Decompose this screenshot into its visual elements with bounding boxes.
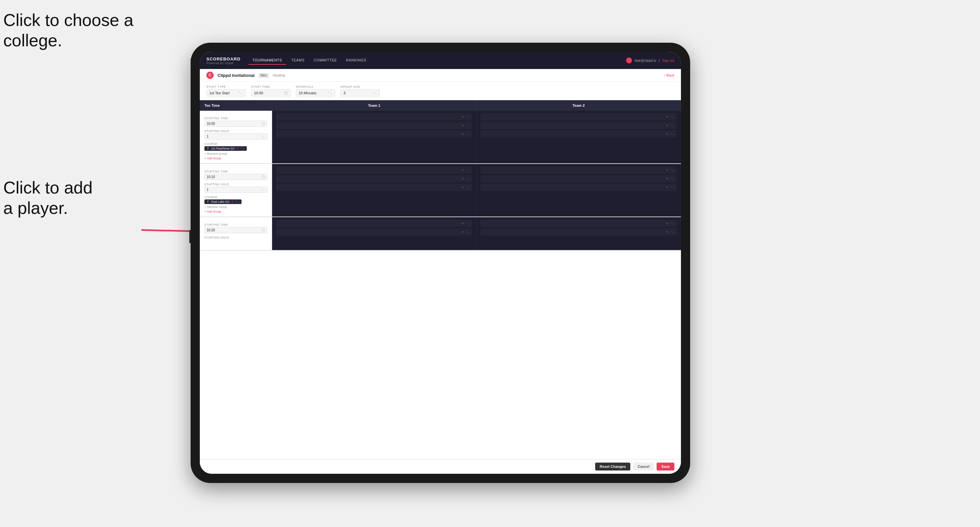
- course-remove-2[interactable]: ✕: [231, 200, 234, 203]
- player-slot-4-1[interactable]: ✕⌃⌄: [480, 167, 677, 174]
- brand-sub: Powered by clippd: [206, 62, 240, 65]
- s3-c3[interactable]: ⌃⌄: [465, 186, 470, 189]
- s5-c1[interactable]: ⌃⌄: [465, 222, 470, 225]
- player-slot-1-3[interactable]: ✕ ⌃⌄: [276, 130, 472, 138]
- player-slot-3-2[interactable]: ✕⌃⌄: [276, 175, 472, 183]
- starting-time-input-1[interactable]: 10:00 🕙: [204, 121, 267, 127]
- s4-c1[interactable]: ⌃⌄: [670, 168, 675, 172]
- back-button[interactable]: ‹ Back: [664, 73, 675, 77]
- player-slot-2-1[interactable]: ✕⌃⌄: [480, 113, 677, 121]
- player-slot-4-2[interactable]: ✕⌃⌄: [480, 175, 677, 183]
- player-slot-5-1[interactable]: ✕⌃⌄: [276, 220, 472, 227]
- start-type-value: 1st Tee Start: [209, 91, 230, 95]
- player-slot-3-3[interactable]: ✕⌃⌄: [276, 184, 472, 191]
- slot-x-btn-1-1[interactable]: ✕: [461, 115, 464, 119]
- s4-x3[interactable]: ✕: [666, 186, 668, 189]
- intervals-input[interactable]: 10 Minutes ⌃⌄: [296, 89, 335, 97]
- time-arrows-2: 🕙: [262, 175, 265, 178]
- player-slot-4-3[interactable]: ✕⌃⌄: [480, 184, 677, 191]
- course-icon-1: 🏌: [206, 147, 210, 150]
- slot-actions-1-1: ✕ ⌃⌄: [461, 115, 470, 119]
- s3-c1[interactable]: ⌃⌄: [465, 168, 470, 172]
- add-group-btn-1[interactable]: + Add Group: [204, 157, 267, 160]
- group-size-chevron: ⌃⌄: [372, 91, 377, 95]
- slot-x-btn-2-1[interactable]: ✕: [666, 115, 668, 119]
- slot-x-btn-1-2[interactable]: ✕: [461, 124, 464, 127]
- hole-arrows-2: ⌃⌄: [260, 188, 265, 191]
- slot-chevron-btn-1-3[interactable]: ⌃⌄: [465, 132, 470, 136]
- user-email: blair@clippd.io: [635, 59, 656, 62]
- starting-hole-label-3: STARTING HOLE:: [204, 236, 267, 239]
- s6-x1[interactable]: ✕: [666, 222, 668, 225]
- annotation-line3: Click to add: [3, 178, 93, 197]
- player-slot-6-1[interactable]: ✕⌃⌄: [480, 220, 677, 227]
- starting-time-input-3[interactable]: 10:20 🕙: [204, 227, 267, 233]
- user-avatar-dot: [626, 57, 632, 63]
- player-slot-5-2[interactable]: ✕⌃⌄: [276, 229, 472, 236]
- start-time-input[interactable]: 10:00 🕙: [251, 89, 291, 97]
- starting-hole-input-1[interactable]: 1 ⌃⌄: [204, 133, 267, 140]
- s3-x1[interactable]: ✕: [461, 168, 464, 172]
- remove-group-btn-2[interactable]: ○ Remove Group: [204, 205, 267, 209]
- s5-c2[interactable]: ⌃⌄: [465, 230, 470, 233]
- add-group-btn-2[interactable]: + Add Group: [204, 210, 267, 213]
- s6-c2[interactable]: ⌃⌄: [670, 230, 675, 233]
- s4-x1[interactable]: ✕: [666, 168, 668, 172]
- reset-changes-button[interactable]: Reset Changes: [595, 463, 630, 470]
- starting-hole-input-2[interactable]: 1 ⌃⌄: [204, 187, 267, 193]
- annotation-line2: college.: [3, 31, 62, 50]
- player-slot-1-2[interactable]: ✕ ⌃⌄: [276, 122, 472, 129]
- s6-c1[interactable]: ⌃⌄: [670, 222, 675, 225]
- course-badge-2[interactable]: 🏌 East Lake GC ✕ ⌃⌄: [204, 200, 242, 204]
- starting-time-label-2: STARTING TIME:: [204, 170, 267, 173]
- tablet-device: SCOREBOARD Powered by clippd TOURNAMENTS…: [191, 43, 690, 483]
- s4-x2[interactable]: ✕: [666, 177, 668, 180]
- starting-time-input-2[interactable]: 10:10 🕙: [204, 174, 267, 180]
- s3-x2[interactable]: ✕: [461, 177, 464, 180]
- starting-time-value-1: 10:00: [207, 122, 215, 125]
- intervals-group: Intervals 10 Minutes ⌃⌄: [296, 85, 335, 97]
- starting-time-label-1: STARTING TIME:: [204, 117, 267, 120]
- back-label: Back: [667, 73, 675, 77]
- slot-x-btn-1-3[interactable]: ✕: [461, 132, 464, 136]
- player-slot-2-3[interactable]: ✕⌃⌄: [480, 130, 677, 138]
- start-type-input[interactable]: 1st Tee Start ⌃⌄: [206, 89, 246, 97]
- player-slot-1-1[interactable]: ✕ ⌃⌄: [276, 113, 472, 121]
- group-size-input[interactable]: 3 ⌃⌄: [340, 89, 380, 97]
- course-remove-1[interactable]: ✕: [236, 147, 239, 150]
- remove-group-btn-1[interactable]: ○ Remove Group: [204, 152, 267, 156]
- slot-chev-2-2[interactable]: ⌃⌄: [670, 124, 675, 127]
- tournament-title: Clippd Invitational: [218, 73, 255, 78]
- slot-chevron-btn-1-2[interactable]: ⌃⌄: [465, 124, 470, 127]
- s3-x3[interactable]: ✕: [461, 186, 464, 189]
- team1-cell-2: ✕⌃⌄ ✕⌃⌄ ✕⌃⌄: [272, 164, 477, 216]
- nav-bar: SCOREBOARD Powered by clippd TOURNAMENTS…: [200, 52, 681, 69]
- player-slot-2-2[interactable]: ✕⌃⌄: [480, 122, 677, 129]
- cancel-button[interactable]: Cancel: [633, 463, 654, 470]
- save-button[interactable]: Save: [657, 463, 675, 470]
- sign-out-link[interactable]: Sign out: [662, 59, 675, 62]
- tab-committee[interactable]: COMMITTEE: [310, 56, 341, 65]
- tab-rankings[interactable]: RANKINGS: [342, 56, 370, 65]
- slot-chev-2-1[interactable]: ⌃⌄: [670, 115, 675, 119]
- slot-chevron-btn-1-1[interactable]: ⌃⌄: [465, 115, 470, 119]
- intervals-chevron: ⌃⌄: [327, 91, 332, 95]
- tab-tournaments[interactable]: TOURNAMENTS: [248, 56, 286, 65]
- settings-row: Start Type 1st Tee Start ⌃⌄ Start Time 1…: [200, 82, 681, 100]
- s5-x1[interactable]: ✕: [461, 222, 464, 225]
- schedule-table: Tee Time Team 1 Team 2 STARTING TIME: 10…: [200, 100, 681, 459]
- team2-cell-2: ✕⌃⌄ ✕⌃⌄ ✕⌃⌄: [477, 164, 681, 216]
- s6-x2[interactable]: ✕: [666, 230, 668, 233]
- s3-c2[interactable]: ⌃⌄: [465, 177, 470, 180]
- s4-c3[interactable]: ⌃⌄: [670, 186, 675, 189]
- course-badge-1[interactable]: 🏌 (A) Peachtree GC ✕ ⌃⌄: [204, 146, 247, 151]
- logo-letter: C: [209, 73, 212, 78]
- slot-x-btn-2-3[interactable]: ✕: [666, 132, 668, 136]
- player-slot-6-2[interactable]: ✕⌃⌄: [480, 229, 677, 236]
- s5-x2[interactable]: ✕: [461, 230, 464, 233]
- s4-c2[interactable]: ⌃⌄: [670, 177, 675, 180]
- player-slot-3-1[interactable]: ✕⌃⌄: [276, 167, 472, 174]
- tab-teams[interactable]: TEAMS: [287, 56, 308, 65]
- slot-chev-2-3[interactable]: ⌃⌄: [670, 132, 675, 136]
- slot-x-btn-2-2[interactable]: ✕: [666, 124, 668, 127]
